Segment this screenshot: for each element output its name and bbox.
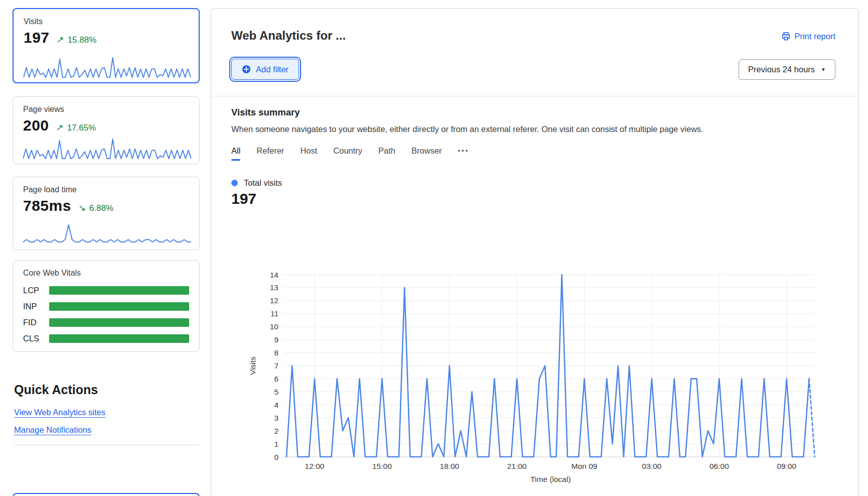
chart-legend: Total visits	[231, 178, 282, 188]
quick-actions-heading: Quick Actions	[14, 383, 98, 397]
print-report-label: Print report	[794, 32, 835, 41]
fid-score-bar	[49, 318, 189, 327]
visits-sparkline	[24, 56, 191, 78]
page-views-value: 200	[23, 117, 49, 134]
total-visits-legend-label: Total visits	[244, 178, 282, 188]
add-filter-button[interactable]: Add filter	[231, 59, 299, 80]
page-views-metric-card[interactable]: Page views 200 ↗ 17.65%	[13, 96, 200, 164]
core-web-vitals-card: Core Web Vitals LCP INP FID CLS	[13, 260, 200, 352]
page-views-card-title: Page views	[23, 105, 189, 114]
web-analytics-panel: Web Analytics for ... Print report Add f…	[211, 8, 859, 496]
svg-text:14: 14	[270, 271, 279, 279]
page-load-time-sparkline	[23, 223, 191, 245]
page-load-time-delta-value: 6.88%	[89, 203, 113, 213]
svg-text:21:00: 21:00	[507, 462, 527, 470]
trend-up-icon: ↗	[57, 34, 64, 45]
visits-line-chart-svg: 0123456789101112131412:0015:0018:0021:00…	[216, 237, 853, 488]
vital-row-inp: INP	[23, 302, 189, 311]
tab-referer[interactable]: Referer	[256, 146, 284, 161]
total-visits-count: 197	[231, 190, 256, 207]
svg-text:7: 7	[274, 361, 278, 370]
vital-row-cls: CLS	[23, 334, 189, 343]
tab-path[interactable]: Path	[378, 146, 395, 161]
tabs-overflow-button[interactable]: •••	[458, 147, 470, 160]
visits-value: 197	[24, 29, 50, 46]
visits-summary-heading: Visits summary	[231, 107, 300, 118]
sidebar-divider	[14, 445, 200, 445]
page-load-time-card-title: Page load time	[23, 185, 189, 194]
svg-text:Time (local): Time (local)	[530, 475, 570, 483]
page-views-delta: ↗ 17.65%	[56, 122, 96, 133]
svg-text:1: 1	[274, 440, 278, 448]
time-range-dropdown[interactable]: Previous 24 hours ▼	[739, 59, 835, 80]
core-web-vitals-title: Core Web Vitals	[23, 269, 189, 278]
svg-text:3: 3	[274, 414, 278, 422]
visits-metric-card[interactable]: Visits 197 ↗ 15.88%	[13, 8, 200, 83]
svg-text:15:00: 15:00	[372, 462, 392, 470]
svg-text:8: 8	[274, 348, 278, 357]
visits-delta: ↗ 15.88%	[57, 34, 97, 45]
svg-text:5: 5	[274, 388, 278, 396]
svg-text:Visits: Visits	[248, 356, 257, 375]
svg-text:6: 6	[274, 375, 278, 383]
inp-label: INP	[23, 302, 49, 311]
tab-host[interactable]: Host	[300, 146, 317, 161]
vital-row-lcp: LCP	[23, 286, 189, 295]
svg-text:06:00: 06:00	[709, 462, 729, 470]
visits-card-title: Visits	[24, 17, 189, 26]
svg-text:13: 13	[270, 283, 278, 292]
page-views-sparkline	[23, 138, 191, 160]
svg-text:09:00: 09:00	[777, 462, 796, 470]
add-filter-label: Add filter	[256, 65, 288, 74]
visits-summary-description: When someone navigates to your website, …	[231, 125, 703, 134]
svg-text:10: 10	[270, 322, 279, 331]
printer-icon	[782, 32, 790, 41]
tab-browser[interactable]: Browser	[411, 146, 442, 161]
time-range-value: Previous 24 hours	[748, 65, 815, 74]
page-title: Web Analytics for ...	[231, 29, 346, 43]
page-load-time-delta: ↘ 6.88%	[78, 202, 113, 213]
svg-text:4: 4	[274, 401, 278, 409]
print-report-link[interactable]: Print report	[782, 32, 835, 41]
vital-row-fid: FID	[23, 318, 189, 327]
fid-label: FID	[23, 318, 49, 327]
page-load-time-value: 785ms	[23, 197, 71, 214]
page-load-time-metric-card[interactable]: Page load time 785ms ↘ 6.88%	[13, 177, 200, 250]
tab-country[interactable]: Country	[333, 146, 362, 161]
visits-delta-value: 15.88%	[68, 35, 97, 45]
cls-label: CLS	[23, 334, 49, 343]
tab-all[interactable]: All	[231, 146, 240, 161]
lcp-label: LCP	[23, 286, 49, 295]
inp-score-bar	[49, 302, 189, 311]
header-divider	[211, 96, 858, 96]
svg-text:Mon 09: Mon 09	[571, 462, 598, 470]
svg-text:03:00: 03:00	[642, 462, 662, 470]
svg-text:9: 9	[274, 335, 278, 344]
cls-score-bar	[49, 334, 189, 343]
svg-text:0: 0	[274, 453, 278, 461]
dimension-tabs: All Referer Host Country Path Browser ••…	[231, 146, 469, 161]
svg-text:18:00: 18:00	[440, 462, 459, 470]
trend-up-icon: ↗	[56, 122, 64, 133]
visits-line-chart: 0123456789101112131412:0015:0018:0021:00…	[216, 237, 853, 488]
svg-text:11: 11	[270, 309, 278, 318]
lcp-score-bar	[49, 286, 189, 295]
view-web-analytics-sites-link[interactable]: View Web Analytics sites	[14, 408, 105, 417]
svg-text:12: 12	[270, 296, 278, 305]
svg-text:2: 2	[274, 427, 278, 435]
total-visits-legend-dot-icon	[231, 180, 238, 186]
manage-notifications-link[interactable]: Manage Notifications	[14, 425, 91, 435]
plus-circle-icon	[242, 65, 251, 74]
svg-text:12:00: 12:00	[305, 462, 325, 470]
page-views-delta-value: 17.65%	[67, 123, 96, 133]
next-card-top-edge	[13, 493, 200, 496]
chevron-down-icon: ▼	[821, 67, 826, 72]
trend-down-icon: ↘	[78, 202, 86, 213]
